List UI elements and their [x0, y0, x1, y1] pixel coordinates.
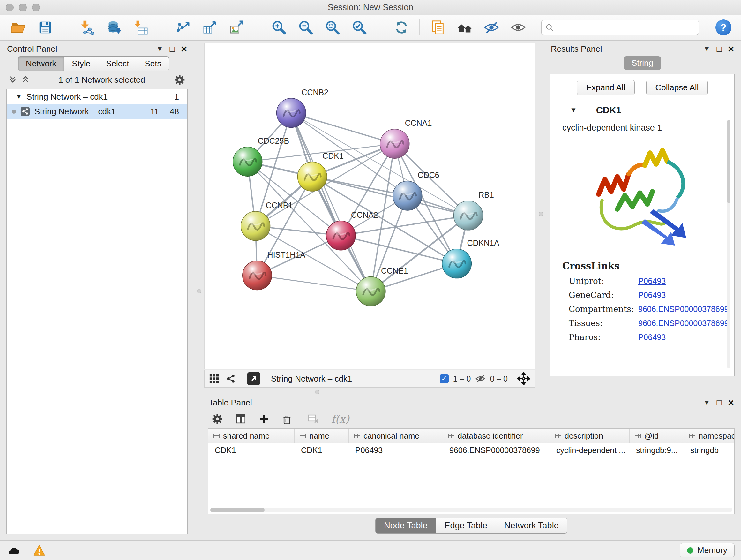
network-graph[interactable]: CCNB2CCNA1CDC25BCDK1CDC6RB1CCNB1CCNA2CDK… [205, 43, 535, 369]
delete-column-trash-icon[interactable] [281, 414, 292, 424]
results-panel-float-icon[interactable]: ▼ [703, 45, 711, 52]
import-network-from-database-button[interactable] [105, 18, 123, 37]
column-header-description[interactable]: description [550, 429, 630, 443]
horizontal-splitter-handle[interactable] [315, 390, 320, 394]
selected-checkbox-icon[interactable]: ✓ [440, 374, 449, 383]
table-panel-close-icon[interactable]: × [728, 397, 734, 408]
collapse-section-icon[interactable]: ▼ [570, 106, 577, 114]
protein-section-header[interactable]: ▼ CDK1 [554, 102, 731, 118]
cell-shared-name[interactable]: CDK1 [208, 446, 294, 455]
import-table-from-file-button[interactable] [132, 18, 150, 37]
warning-icon[interactable] [33, 545, 45, 556]
tab-sets[interactable]: Sets [137, 56, 169, 71]
string-tab[interactable]: String [624, 56, 661, 70]
export-image-button[interactable] [228, 18, 246, 37]
column-header-id[interactable]: @id [630, 429, 684, 443]
add-column-plus-icon[interactable] [259, 414, 269, 424]
tab-style[interactable]: Style [64, 56, 98, 71]
network-edge-HIST1H1A-CCNE1[interactable] [257, 275, 371, 292]
control-panel-close-icon[interactable]: × [181, 44, 187, 54]
crosslink-compartments-link[interactable]: 9606.ENSP00000378699 [638, 305, 729, 314]
tab-network-table[interactable]: Network Table [495, 518, 567, 534]
network-node-ccna1[interactable]: CCNA1 [380, 118, 432, 159]
network-node-ccnb1[interactable]: CCNB1 [241, 201, 293, 241]
network-collection-row[interactable]: ▼ String Network – cdk1 1 [7, 89, 187, 104]
table-panel-float-icon[interactable]: ▼ [703, 399, 711, 406]
crosslink-uniprot-link[interactable]: P06493 [638, 276, 666, 286]
results-panel-maximize-icon[interactable]: □ [717, 45, 722, 53]
vertical-splitter-handle[interactable] [197, 289, 201, 294]
column-header-name[interactable]: name [294, 429, 349, 443]
close-window-button[interactable] [6, 3, 14, 11]
export-network-button[interactable] [174, 18, 192, 37]
save-session-button[interactable] [37, 18, 54, 37]
column-header-canonical-name[interactable]: canonical name [349, 429, 443, 443]
pan-crosshair-icon[interactable] [517, 372, 530, 385]
network-node-rb1[interactable]: RB1 [454, 190, 494, 230]
tab-edge-table[interactable]: Edge Table [435, 518, 496, 534]
results-panel-close-icon[interactable]: × [728, 44, 734, 54]
help-button[interactable]: ? [716, 19, 731, 36]
cell-name[interactable]: CDK1 [294, 446, 349, 455]
cell-canonical-name[interactable]: P06493 [349, 446, 443, 455]
birdseye-grid-icon[interactable] [209, 374, 219, 384]
minimize-window-button[interactable] [19, 3, 27, 11]
hide-selected-button[interactable] [482, 18, 500, 37]
network-node-cdc25b[interactable]: CDC25B [233, 136, 289, 176]
zoom-out-button[interactable] [297, 18, 315, 37]
crosslink-genecard-link[interactable]: P06493 [638, 291, 666, 300]
table-row[interactable]: CDK1 CDK1 P06493 9606.ENSP00000378699 cy… [208, 443, 734, 457]
copy-document-button[interactable] [429, 18, 447, 37]
control-panel-float-icon[interactable]: ▼ [156, 45, 163, 52]
crosslink-tissues-link[interactable]: 9606.ENSP00000378699 [638, 319, 729, 328]
fit-content-button[interactable] [324, 18, 341, 37]
zoom-window-button[interactable] [32, 3, 40, 11]
vertical-splitter-handle[interactable] [539, 212, 543, 216]
zoom-in-button[interactable] [270, 18, 288, 37]
network-view-canvas[interactable]: CCNB2CCNA1CDC25BCDK1CDC6RB1CCNB1CCNA2CDK… [204, 43, 535, 369]
cell-database-identifier[interactable]: 9606.ENSP00000378699 [443, 446, 550, 455]
network-row-selected[interactable]: String Network – cdk1 11 48 [7, 104, 187, 119]
network-node-cdkn1a[interactable]: CDKN1A [442, 239, 499, 278]
scrollbar-thumb[interactable] [210, 508, 265, 512]
column-header-shared-name[interactable]: shared name [208, 429, 294, 443]
table-panel-maximize-icon[interactable]: □ [717, 398, 722, 407]
cell-id[interactable]: stringdb:9... [630, 446, 684, 455]
results-scrollbar[interactable] [727, 120, 730, 368]
network-edge-CCNB2-CCNE1[interactable] [291, 113, 371, 292]
gear-icon[interactable] [174, 74, 185, 85]
network-node-hist1h1a[interactable]: HIST1H1A [243, 250, 306, 290]
network-node-cdk1[interactable]: CDK1 [297, 151, 343, 191]
disclosure-triangle-icon[interactable]: ▼ [16, 93, 22, 101]
tab-network[interactable]: Network [18, 56, 64, 71]
import-network-from-file-button[interactable] [78, 18, 96, 37]
cloud-icon[interactable] [6, 545, 20, 556]
first-neighbors-button[interactable] [456, 18, 474, 37]
show-columns-icon[interactable] [235, 413, 246, 425]
tab-select[interactable]: Select [98, 56, 137, 71]
expand-all-button[interactable]: Expand All [577, 80, 635, 96]
zoom-selected-button[interactable] [350, 18, 368, 37]
open-session-button[interactable] [10, 18, 27, 37]
table-horizontal-scrollbar[interactable] [210, 508, 732, 512]
network-node-ccne1[interactable]: CCNE1 [356, 266, 408, 306]
expand-tree-icon[interactable] [9, 75, 17, 84]
share-network-icon[interactable] [226, 374, 236, 384]
tab-node-table[interactable]: Node Table [375, 518, 436, 534]
search-input[interactable] [557, 23, 695, 33]
column-header-namespace[interactable]: namespace [684, 429, 734, 443]
show-all-button[interactable] [509, 18, 527, 37]
cell-description[interactable]: cyclin-dependent ... [550, 446, 630, 455]
collapse-all-button[interactable]: Collapse All [646, 80, 708, 96]
cell-namespace[interactable]: stringdb [684, 446, 734, 455]
crosslink-pharos-link[interactable]: P06493 [638, 333, 666, 342]
open-in-new-icon[interactable] [247, 372, 261, 386]
memory-button[interactable]: Memory [680, 543, 735, 557]
control-panel-maximize-icon[interactable]: □ [170, 45, 175, 53]
search-box[interactable] [541, 20, 699, 35]
network-edge-CCNB2-CCNA1[interactable] [291, 113, 394, 144]
column-header-database-identifier[interactable]: database identifier [443, 429, 550, 443]
table-settings-gear-icon[interactable] [212, 414, 223, 424]
network-edge-CDK1-RB1[interactable] [312, 177, 468, 215]
refresh-view-button[interactable] [393, 18, 410, 37]
